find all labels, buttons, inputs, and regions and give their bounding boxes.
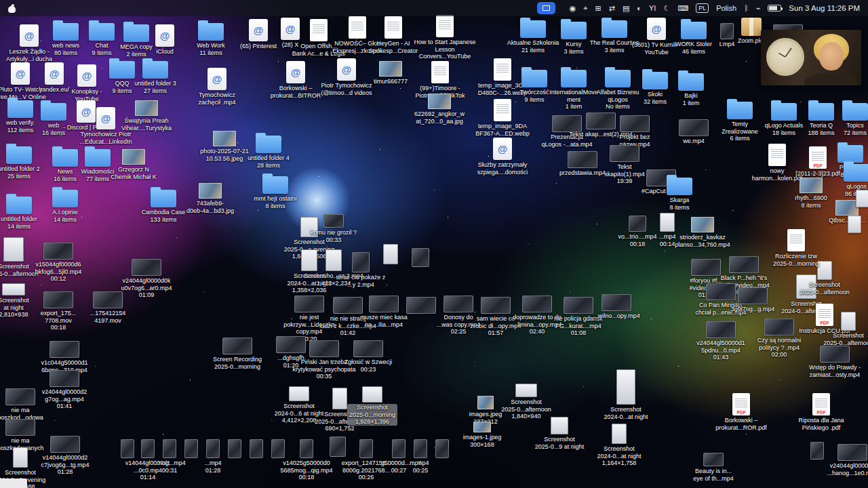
desktop-icon[interactable]: Screenshot2024-0...at night1,164×1,758: [587, 424, 652, 467]
after-language-icons-slot: ᛒ⌁: [744, 4, 760, 13]
desktop-icon[interactable]: v15044gf0000d6bkfog6...5jl0.mp400:12: [26, 243, 91, 283]
menu-bar-clock[interactable]: Sun 3 Aug 11:26 PM: [789, 4, 860, 12]
icon-label: we.mp4: [683, 138, 705, 145]
desktop-icon[interactable]: untitled folder 327 items: [123, 61, 188, 94]
desktop-icon[interactable]: Świątynia PreahVihear....Turystyka: [114, 100, 179, 131]
window-fragment[interactable]: [0, 479, 27, 488]
video-file-icon: [323, 214, 344, 228]
display-icon[interactable]: ▤: [623, 4, 629, 13]
icon-label: strioderz_kavkazplanso...34,760.mp4: [675, 234, 730, 248]
folder-file-icon: [6, 197, 32, 214]
icon-label: Zgłosić w Szwecji00:23: [344, 359, 393, 373]
desktop-icon[interactable]: Zgłosić w Szwecji00:23: [336, 340, 401, 373]
desktop-icon[interactable]: [388, 248, 453, 268]
video-file-icon: [738, 287, 768, 304]
icon-label: teraz cio pokaże z...y 2.mp4: [336, 274, 386, 288]
screen-mirroring-icon[interactable]: ⊞: [595, 4, 601, 13]
screen-icon: [542, 5, 550, 11]
desktop-icon[interactable]: @Służby zatrzymałyszpiega....domości: [470, 138, 535, 176]
camera-icon[interactable]: ⌖: [583, 4, 587, 13]
apple-menu-icon[interactable]: [8, 4, 16, 13]
shortcut-icon[interactable]: ⌁: [756, 4, 761, 13]
video-file-icon: [703, 453, 724, 466]
desktop-icon[interactable]: v24044gl50000d15pdnu...0.mp401:43: [688, 321, 753, 361]
desktop-icon[interactable]: Beauty is in...eye of th...mp4: [681, 453, 746, 482]
bluetooth-icon[interactable]: ᛒ: [744, 4, 749, 12]
webcam-overlay[interactable]: [761, 30, 861, 85]
icon-label: ...mp400:25: [412, 460, 429, 474]
img-file-icon: [428, 94, 451, 109]
desktop-icon[interactable]: Screenshot2025-0...afternoon: [816, 312, 868, 346]
desktop-icon[interactable]: Wstęp do Prawdy -zamiast...osty.mp4: [802, 346, 867, 378]
desktop-icon[interactable]: mmt hejt ostatni8 items: [243, 176, 308, 209]
desktop-icon[interactable]: Topics72 items: [823, 103, 868, 136]
keyboard-icon[interactable]: ⌨: [677, 4, 688, 13]
video-file-icon: [820, 346, 850, 363]
desktop-icon[interactable]: [410, 439, 475, 460]
img-file-icon: [379, 61, 402, 77]
folder-file-icon: [6, 146, 32, 164]
input-language-label[interactable]: Polish: [716, 4, 736, 12]
desktop-icon[interactable]: we.mp4: [661, 119, 726, 145]
screen-sharing-indicator[interactable]: [537, 2, 555, 14]
presenter-face: [819, 42, 844, 70]
contrast-icon[interactable]: ◐: [637, 4, 642, 12]
moon-icon[interactable]: ☾: [663, 4, 670, 13]
icon-label: Czy są normalnipolitycy ? .mp402:00: [757, 337, 802, 359]
recording-dot-icon[interactable]: ◉: [570, 4, 576, 13]
desktop-icon[interactable]: How to Start Japanese LessonConvers...Yo…: [412, 15, 477, 60]
input-source-badge[interactable]: PL: [696, 3, 709, 13]
icon-label: untitled folder14 items: [1, 216, 37, 230]
shot-file-icon: [2, 283, 25, 296]
desktop-icon[interactable]: Grzegorz NChemik Michał K: [101, 149, 166, 180]
icon-label: Topics72 items: [844, 122, 867, 136]
video-file-icon: [5, 388, 35, 405]
desktop-icon[interactable]: Skarga8 items: [647, 178, 712, 211]
desktop-icon[interactable]: [830, 190, 868, 209]
desktop-icon[interactable]: ...wilno...opy.mp4: [584, 294, 649, 320]
icon-label: Tymochowiczzachęcił .mp4: [198, 92, 235, 106]
img-file-icon: [691, 217, 714, 232]
desktop-icon[interactable]: 743afeb9-d0eb-4a...bd3.jpg: [178, 183, 243, 214]
folder-file-icon: [678, 73, 704, 91]
icon-label: Kursy3 items: [564, 41, 583, 55]
video-file-icon: [50, 370, 79, 387]
video-file-icon: [5, 419, 35, 436]
desktop-icon[interactable]: Screenshot2025-0...afternoon1,840×940: [494, 384, 559, 420]
video-file-icon: [93, 291, 123, 308]
desktop-icon[interactable]: temp_image_9DABF367-A...ED.webp: [470, 99, 535, 137]
desktop-icon[interactable]: Screenshot2025-0...morning1,928×1,396: [340, 386, 405, 426]
desktop-icon[interactable]: A.I.opinie14 items: [33, 190, 98, 223]
desktop-icon[interactable]: strioderz_kavkazplanso...34,760.mp4: [670, 217, 735, 248]
at-file-icon: @: [337, 58, 356, 81]
icon-label: Screenshot2025-0...9 at night: [535, 436, 585, 450]
icon-label: Screenshot2025-0...morning1,928×1,396: [347, 404, 397, 426]
desktop-icon[interactable]: Riposta dla JanaPińskiego .pdf: [789, 393, 854, 431]
desktop-icon[interactable]: komu nie grozil ?00:33: [301, 214, 366, 243]
video-file-icon: [729, 256, 759, 273]
icon-label: timur666777: [374, 78, 408, 85]
desktop-icon[interactable]: Screenshot2024-0...at night: [593, 369, 658, 420]
icon-layer: @Leszek Żądło -Artykuły...i duchaweb new…: [0, 0, 868, 488]
desktop-icon[interactable]: untitled folder 428 items: [236, 136, 301, 169]
icon-label: komu nie grozil ?00:33: [311, 229, 357, 243]
icon-label: ...mp401:28: [204, 460, 221, 474]
desktop-icon[interactable]: Rozliczenie tzw2025-0...morning: [764, 229, 829, 267]
desktop-icon[interactable]: Projekt beznazwy.mp4: [602, 115, 667, 148]
desktop-icon[interactable]: 622692_angkor_wat_720...0_aa.jpg: [407, 94, 472, 125]
desktop-icon[interactable]: ...1754121544197.mov: [75, 291, 140, 324]
icon-label: v14025g50000d05685mog...qig.mp400:18: [280, 460, 332, 481]
desktop-icon[interactable]: Borkowski –prokurat...ROR.pdf: [709, 393, 774, 431]
battery-icon[interactable]: [768, 5, 781, 12]
folder-file-icon: [667, 178, 692, 195]
desktop-icon[interactable]: @Tymochowiczzachęcił .mp4: [184, 68, 250, 106]
arrows-sync-icon[interactable]: ⇄: [609, 4, 615, 13]
desktop-icon[interactable]: [822, 216, 868, 235]
desktop-icon[interactable]: v24044gl0000d2...hanog...1e0.mp4: [820, 444, 868, 476]
img-file-icon: [213, 131, 236, 146]
yi-indicator[interactable]: YI: [649, 4, 656, 12]
icon-label: Służby zatrzymałyszpiega....domości: [477, 161, 528, 176]
desktop-icon[interactable]: Screenshot2025-0...9 at night: [527, 417, 592, 450]
icon-label: ...wilno...opy.mp4: [593, 312, 639, 320]
video-file-icon: [679, 119, 709, 136]
